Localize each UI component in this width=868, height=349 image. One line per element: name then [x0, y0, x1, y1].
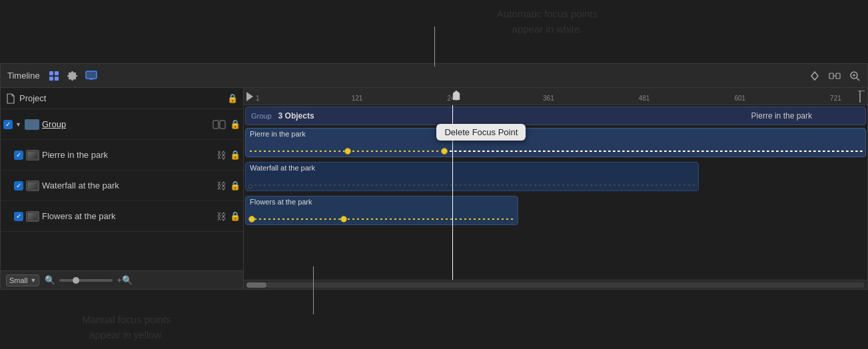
focus-dot-pierre-2[interactable] [441, 148, 448, 155]
svg-rect-3 [55, 77, 59, 81]
delete-popup-label: Delete Focus Point [444, 127, 518, 137]
ruler-tick-481: 481 [639, 95, 650, 102]
lock-icon-flowers: 🔒 [230, 211, 240, 221]
focus-dot-flowers-2[interactable] [340, 216, 347, 222]
pierre-clip[interactable]: Pierre in the park [245, 128, 866, 157]
waterfall-clip[interactable]: Waterfall at the park [245, 162, 699, 191]
timeline-header-left: Timeline [7, 70, 97, 82]
scrollbar-thumb[interactable] [246, 282, 266, 288]
annotation-bottom-line1: Manual focus points [0, 312, 253, 328]
svg-rect-1 [55, 71, 59, 75]
annotation-top-line2: appear in white. [226, 22, 868, 37]
lock-icon-project: 🔒 [227, 93, 238, 103]
zoom-in-icon[interactable]: +🔍 [117, 275, 133, 285]
ruler-tick-1: 1 [256, 95, 260, 102]
group-bar-count: 3 Objects [278, 111, 314, 121]
sidebar-pierre-row[interactable]: Pierre in the park ⛓ 🔒 [1, 140, 243, 171]
link-icon-flowers: ⛓ [217, 211, 226, 222]
delete-focus-point-popup[interactable]: Delete Focus Point [436, 124, 526, 141]
group-bar-row: Group 3 Objects Pierre in the park [244, 107, 867, 125]
size-label: Small [9, 276, 28, 284]
svg-rect-5 [87, 72, 96, 78]
focus-dot-flowers-1[interactable] [248, 216, 255, 222]
sidebar-waterfall-row[interactable]: Waterfall at the park ⛓ 🔒 [1, 171, 243, 201]
svg-rect-14 [220, 121, 225, 129]
pierre-track-row: Pierre in the park [244, 127, 867, 160]
ruler-tick-361: 361 [543, 95, 554, 102]
ruler-tick-121: 121 [352, 95, 363, 102]
scrollbar-track[interactable] [246, 282, 865, 288]
main-content: Project 🔒 ▼ Group [1, 88, 867, 289]
svg-rect-6 [829, 73, 833, 79]
ruler: 1 121 241 361 481 601 721 [244, 88, 867, 105]
ruler-tick-721: 721 [830, 95, 841, 102]
annotation-bottom: Manual focus points appear in yellow. [0, 312, 253, 342]
focus-dot-pierre-1[interactable] [344, 148, 351, 155]
sidebar-spacer [1, 232, 243, 270]
zoom-slider-thumb [73, 277, 79, 284]
tracks-area: Group 3 Objects Pierre in the park Pierr… [244, 105, 867, 280]
group-bar-label: Group [251, 112, 272, 120]
timeline-header: Timeline [1, 64, 867, 88]
svg-rect-2 [49, 77, 53, 81]
group-label: Group [42, 119, 66, 129]
monitor-icon[interactable] [85, 70, 97, 82]
disclosure-triangle[interactable]: ▼ [15, 121, 22, 128]
flowers-label: Flowers at the park [42, 211, 116, 221]
ruler-tick-601: 601 [734, 95, 745, 102]
pierre-icon [26, 150, 39, 161]
split-icon[interactable] [829, 70, 841, 82]
zoom-controls: 🔍 +🔍 [45, 275, 133, 285]
annotation-top-line1: Automatic focus points [226, 7, 868, 22]
sidebar-group-row[interactable]: ▼ Group 🔒 [1, 109, 243, 140]
link-icon-waterfall: ⛓ [217, 180, 226, 191]
lock-icon-pierre: 🔒 [230, 150, 240, 160]
svg-rect-0 [49, 71, 53, 75]
ruler-marks: 1 121 241 361 481 601 721 [256, 88, 854, 105]
app-container: Timeline [0, 63, 868, 290]
focus-point-marker[interactable] [452, 89, 460, 100]
flowers-clip[interactable]: Flowers at the park [245, 196, 518, 225]
waterfall-icon [26, 180, 39, 191]
zoom-icon[interactable] [849, 70, 861, 82]
sidebar-pierre-left: Pierre in the park [14, 150, 214, 161]
sidebar-project-row: Project 🔒 [1, 88, 243, 109]
project-label: Project [19, 93, 46, 103]
svg-marker-16 [453, 91, 460, 100]
mosaic-icon[interactable] [48, 70, 60, 82]
project-row-icons: 🔒 [227, 93, 238, 103]
timeline-title: Timeline [7, 71, 40, 81]
group-bar-name: Pierre in the park [751, 111, 812, 121]
link-icon-pierre: ⛓ [217, 150, 226, 161]
zoom-out-icon[interactable]: 🔍 [45, 275, 55, 285]
gear-icon[interactable] [67, 70, 79, 82]
pierre-checkbox[interactable] [14, 151, 23, 160]
size-select[interactable]: Small ▼ [6, 274, 39, 286]
group-checkbox[interactable] [3, 120, 13, 129]
flowers-icon [26, 211, 39, 222]
annotation-bottom-line2: appear in yellow. [0, 328, 253, 343]
sidebar: Project 🔒 ▼ Group [1, 88, 244, 289]
sidebar-waterfall-left: Waterfall at the park [14, 180, 214, 191]
lock-icon-waterfall: 🔒 [230, 180, 240, 190]
flowers-checkbox[interactable] [14, 212, 23, 221]
pierre-dots [248, 149, 863, 153]
sidebar-flowers-row[interactable]: Flowers at the park ⛓ 🔒 [1, 201, 243, 232]
waterfall-clip-label: Waterfall at the park [250, 164, 315, 172]
flowers-clip-label: Flowers at the park [250, 198, 312, 206]
flowers-dots [248, 217, 515, 221]
svg-rect-7 [836, 73, 840, 79]
group-icon [25, 119, 39, 130]
end-marker [855, 91, 865, 105]
waterfall-checkbox[interactable] [14, 181, 23, 190]
timeline-area: 1 121 241 361 481 601 721 [244, 88, 867, 289]
annotation-top: Automatic focus points appear in white. [226, 7, 868, 37]
sidebar-bottom-bar: Small ▼ 🔍 +🔍 [1, 270, 243, 289]
flowers-row-icons: ⛓ 🔒 [217, 211, 240, 222]
group-bar: Group 3 Objects Pierre in the park [245, 107, 866, 125]
pierre-label: Pierre in the park [42, 150, 108, 160]
svg-line-10 [857, 78, 859, 81]
zoom-slider[interactable] [59, 279, 113, 282]
diamond-icon[interactable] [809, 70, 821, 82]
play-button[interactable] [246, 92, 254, 101]
